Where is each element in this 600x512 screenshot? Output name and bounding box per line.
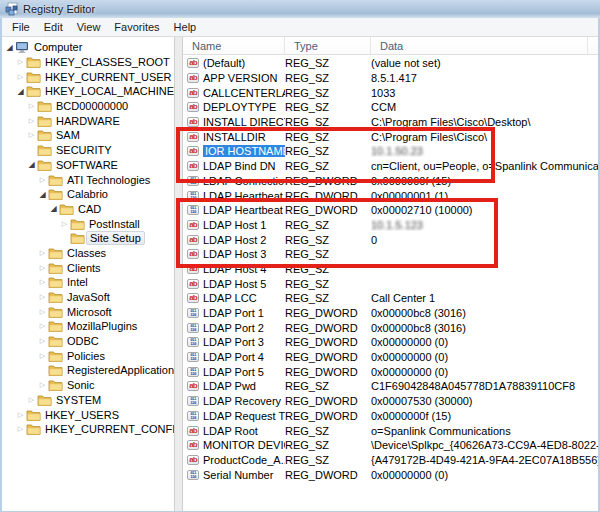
registry-editor-window: Registry Editor FileEditViewFavoritesHel… (0, 0, 600, 512)
registry-value-row[interactable]: 011110LDAP Request Ti...REG_DWORD0x00000… (183, 409, 598, 424)
registry-value-row[interactable]: 011110LDAP Port 4REG_DWORD0x00000000 (0) (183, 350, 598, 365)
column-header-type[interactable]: Type (285, 37, 371, 54)
folder-icon (37, 129, 54, 141)
expand-collapsed-icon[interactable]: ▷ (37, 352, 48, 360)
expand-collapsed-icon[interactable]: ▷ (37, 322, 48, 330)
tree-item-policies[interactable]: ▷Policies (2, 348, 174, 363)
expand-expanded-icon[interactable]: ◢ (37, 190, 48, 199)
tree-item-mozillaplugins[interactable]: ▷MozillaPlugins (2, 319, 174, 334)
tree-item-registeredapplication[interactable]: RegisteredApplication (2, 363, 174, 378)
registry-value-row[interactable]: abDEPLOYTYPEREG_SZCCM (183, 100, 598, 115)
folder-icon (48, 306, 65, 318)
expand-expanded-icon[interactable]: ◢ (26, 160, 37, 169)
tree-item-javasoft[interactable]: ▷JavaSoft (2, 290, 174, 305)
tree-item-label: ATI Technologies (65, 174, 152, 186)
registry-value-row[interactable]: 011110LDAP Heartbeat ...REG_DWORD0x00002… (183, 203, 598, 218)
tree-item-classes[interactable]: ▷Classes (2, 246, 174, 261)
registry-value-row[interactable]: 011110LDAP Port 1REG_DWORD0x00000bc8 (30… (183, 306, 598, 321)
tree-item-calabrio[interactable]: ◢Calabrio (2, 187, 174, 202)
registry-value-row[interactable]: abINSTALL DIRECT...REG_SZC:\Program File… (183, 115, 598, 130)
tree-item-hkey-classes-root[interactable]: ▷HKEY_CLASSES_ROOT (2, 55, 174, 70)
folder-icon (48, 335, 65, 347)
registry-value-row[interactable]: 011110Serial NumberREG_DWORD0x00000000 (… (183, 467, 598, 482)
registry-value-row[interactable]: abCALLCENTERLA...REG_SZ1033 (183, 85, 598, 100)
menu-view[interactable]: View (70, 20, 108, 34)
expand-collapsed-icon[interactable]: ▷ (26, 396, 37, 404)
registry-value-row[interactable]: abMONITOR DEVICEREG_SZ\Device\Splkpc_{40… (183, 438, 598, 453)
folder-icon (26, 409, 43, 421)
tree-item-odbc[interactable]: ▷ODBC (2, 334, 174, 349)
value-data: 0 (371, 234, 598, 246)
tree-item-hardware[interactable]: ▷HARDWARE (2, 113, 174, 128)
tree-item-security[interactable]: SECURITY (2, 143, 174, 158)
tree-item-ati-technologies[interactable]: ▷ATI Technologies (2, 172, 174, 187)
tree-item-hkey-users[interactable]: ▷HKEY_USERS (2, 407, 174, 422)
registry-value-row[interactable]: abAPP VERSIONREG_SZ8.5.1.417 (183, 71, 598, 86)
expand-collapsed-icon[interactable]: ▷ (26, 102, 37, 110)
registry-value-row[interactable]: abLDAP Bind DNREG_SZcn=Client, ou=People… (183, 159, 598, 174)
registry-value-row[interactable]: abLDAP PwdREG_SZC1F69042848A045778D1A788… (183, 379, 598, 394)
tree-item-hkey-local-machine[interactable]: ◢HKEY_LOCAL_MACHINE (2, 84, 174, 99)
expand-collapsed-icon[interactable]: ▷ (37, 176, 48, 184)
expand-collapsed-icon[interactable]: ▷ (15, 73, 26, 81)
tree-item-computer[interactable]: ◢Computer (2, 40, 174, 55)
tree-item-hkey-current-user[interactable]: ▷HKEY_CURRENT_USER (2, 69, 174, 84)
tree-item-sam[interactable]: ▷SAM (2, 128, 174, 143)
expand-collapsed-icon[interactable]: ▷ (37, 264, 48, 272)
expand-collapsed-icon[interactable]: ▷ (37, 308, 48, 316)
column-header-name[interactable]: Name (183, 37, 285, 54)
tree-item-site-setup[interactable]: Site Setup (2, 231, 174, 246)
tree-item-system[interactable]: ▷SYSTEM (2, 393, 174, 408)
expand-expanded-icon[interactable]: ◢ (4, 43, 15, 52)
registry-value-row[interactable]: abLDAP Host 5REG_SZ (183, 276, 598, 291)
registry-value-row[interactable]: ab(Default)REG_SZ(value not set) (183, 56, 598, 71)
value-data: \Device\Splkpc_{40626A73-CC9A-4ED8-8022-… (371, 439, 598, 451)
tree-item-software[interactable]: ◢SOFTWARE (2, 158, 174, 173)
value-data: 0x00000000 (0) (371, 469, 598, 481)
tree-item-sonic[interactable]: ▷Sonic (2, 378, 174, 393)
registry-value-row[interactable]: abIOR HOSTNAMEREG_SZ10.1.50.23 (183, 144, 598, 159)
registry-value-row[interactable]: abLDAP Host 2REG_SZ0 (183, 232, 598, 247)
tree-item-postinstall[interactable]: ▷PostInstall (2, 216, 174, 231)
expand-collapsed-icon[interactable]: ▷ (37, 278, 48, 286)
expand-collapsed-icon[interactable]: ▷ (15, 425, 26, 433)
registry-value-row[interactable]: 011110LDAP Recovery ...REG_DWORD0x000075… (183, 394, 598, 409)
tree-item-cad[interactable]: ◢CAD (2, 202, 174, 217)
expand-expanded-icon[interactable]: ◢ (48, 204, 59, 213)
registry-value-row[interactable]: abLDAP RootREG_SZo=Spanlink Communicatio… (183, 423, 598, 438)
expand-expanded-icon[interactable]: ◢ (15, 87, 26, 96)
tree-item-intel[interactable]: ▷Intel (2, 275, 174, 290)
expand-collapsed-icon[interactable]: ▷ (26, 117, 37, 125)
menu-edit[interactable]: Edit (37, 20, 70, 34)
expand-collapsed-icon[interactable]: ▷ (26, 131, 37, 139)
column-header-data[interactable]: Data (371, 37, 587, 54)
tree-item-bcd00000000[interactable]: ▷BCD00000000 (2, 99, 174, 114)
pane-splitter[interactable] (174, 37, 183, 511)
registry-value-row[interactable]: 011110LDAP Port 5REG_DWORD0x00000000 (0) (183, 364, 598, 379)
tree-item-microsoft[interactable]: ▷Microsoft (2, 304, 174, 319)
value-name: LDAP Bind DN (203, 160, 285, 172)
registry-value-row[interactable]: 011110LDAP Port 3REG_DWORD0x00000000 (0) (183, 335, 598, 350)
tree-item-clients[interactable]: ▷Clients (2, 260, 174, 275)
string-value-icon: ab (183, 440, 203, 450)
expand-collapsed-icon[interactable]: ▷ (37, 337, 48, 345)
registry-value-row[interactable]: 011110LDAP Heartbeat ...REG_DWORD0x00000… (183, 188, 598, 203)
menu-favorites[interactable]: Favorites (107, 20, 166, 34)
registry-value-row[interactable]: abINSTALLDIRREG_SZC:\Program Files\Cisco… (183, 129, 598, 144)
registry-value-row[interactable]: abLDAP Host 1REG_SZ10.1.5.123 (183, 218, 598, 233)
registry-value-row[interactable]: abLDAP Host 4REG_SZ (183, 262, 598, 277)
expand-collapsed-icon[interactable]: ▷ (37, 293, 48, 301)
expand-collapsed-icon[interactable]: ▷ (59, 220, 70, 228)
registry-value-row[interactable]: 011110LDAP Connectio...REG_DWORD0x000000… (183, 174, 598, 189)
expand-collapsed-icon[interactable]: ▷ (15, 411, 26, 419)
tree-item-hkey-current-config[interactable]: ▷HKEY_CURRENT_CONFIG (2, 422, 174, 437)
expand-collapsed-icon[interactable]: ▷ (15, 58, 26, 66)
registry-value-row[interactable]: abLDAP LCCREG_SZCall Center 1 (183, 291, 598, 306)
expand-collapsed-icon[interactable]: ▷ (37, 381, 48, 389)
menu-help[interactable]: Help (167, 20, 204, 34)
expand-collapsed-icon[interactable]: ▷ (37, 249, 48, 257)
registry-value-row[interactable]: abLDAP Host 3REG_SZ (183, 247, 598, 262)
registry-value-row[interactable]: abProductCode_A...REG_SZ{A479172B-4D49-4… (183, 453, 598, 468)
menu-file[interactable]: File (5, 20, 37, 34)
registry-value-row[interactable]: 011110LDAP Port 2REG_DWORD0x00000bc8 (30… (183, 320, 598, 335)
